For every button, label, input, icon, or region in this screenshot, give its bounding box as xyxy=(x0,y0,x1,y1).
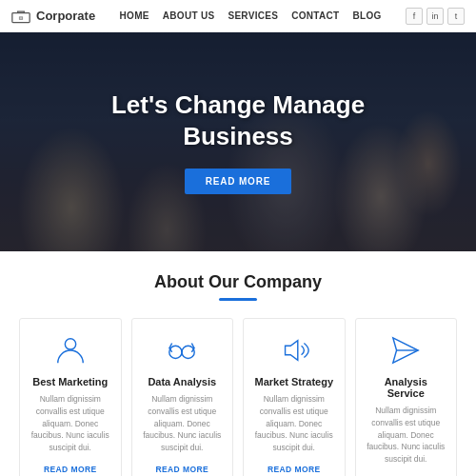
logo-area: Corporate xyxy=(11,9,95,24)
card-title-data: Data Analysis xyxy=(142,376,224,387)
person-icon xyxy=(52,332,89,368)
card-text-data: Nullam dignissim convallis est utique al… xyxy=(142,393,224,454)
nav-home[interactable]: HOME xyxy=(120,10,149,21)
hero-section: Let's Change Manage Business READ MORE xyxy=(0,32,476,251)
svg-point-2 xyxy=(65,339,75,349)
logo-icon xyxy=(11,9,30,24)
svg-point-3 xyxy=(169,346,182,358)
send-icon xyxy=(387,332,424,368)
card-best-marketing: Best Marketing Nullam dignissim convalli… xyxy=(19,318,122,476)
svg-marker-7 xyxy=(285,341,297,361)
card-title-marketing: Best Marketing xyxy=(30,376,111,387)
header: Corporate HOME ABOUT US SERVICES CONTACT… xyxy=(0,0,476,32)
nav-about[interactable]: ABOUT US xyxy=(163,10,215,21)
card-market-strategy: Market Strategy Nullam dignissim convall… xyxy=(243,318,346,476)
card-title-analysis: Analysis Service xyxy=(366,376,447,399)
nav-blog[interactable]: BLOG xyxy=(352,10,381,21)
card-text-market: Nullam dignissim convallis est utique al… xyxy=(253,393,335,454)
facebook-icon[interactable]: f xyxy=(406,8,423,25)
cards-row: Best Marketing Nullam dignissim convalli… xyxy=(19,318,457,476)
about-section: About Our Company Best Marketing Nullam … xyxy=(0,251,476,476)
card-data-analysis: Data Analysis Nullam dignissim convallis… xyxy=(131,318,234,476)
hero-title: Let's Change Manage Business xyxy=(111,89,365,151)
hero-cta-button[interactable]: READ MORE xyxy=(185,169,291,194)
card-text-marketing: Nullam dignissim convallis est utique al… xyxy=(30,393,111,454)
about-title: About Our Company xyxy=(19,272,457,292)
twitter-icon[interactable]: t xyxy=(447,8,465,25)
social-icons: f in t xyxy=(406,8,465,25)
glasses-icon xyxy=(164,332,200,368)
nav-services[interactable]: SERVICES xyxy=(228,10,278,21)
linkedin-icon[interactable]: in xyxy=(426,8,444,25)
card-link-data[interactable]: READ MORE xyxy=(155,465,208,474)
title-underline xyxy=(219,298,257,301)
main-nav: HOME ABOUT US SERVICES CONTACT BLOG xyxy=(120,10,382,21)
card-link-market[interactable]: READ MORE xyxy=(268,465,321,474)
svg-rect-1 xyxy=(19,16,22,19)
svg-point-4 xyxy=(182,346,194,358)
card-link-marketing[interactable]: READ MORE xyxy=(44,465,97,474)
speaker-icon xyxy=(276,332,312,368)
hero-content: Let's Change Manage Business READ MORE xyxy=(0,32,476,251)
logo-text: Corporate xyxy=(36,9,95,23)
card-text-analysis: Nullam dignissim convallis est utique al… xyxy=(366,405,447,466)
card-title-market: Market Strategy xyxy=(253,376,335,387)
nav-contact[interactable]: CONTACT xyxy=(291,10,339,21)
card-analysis-service: Analysis Service Nullam dignissim conval… xyxy=(355,318,458,476)
